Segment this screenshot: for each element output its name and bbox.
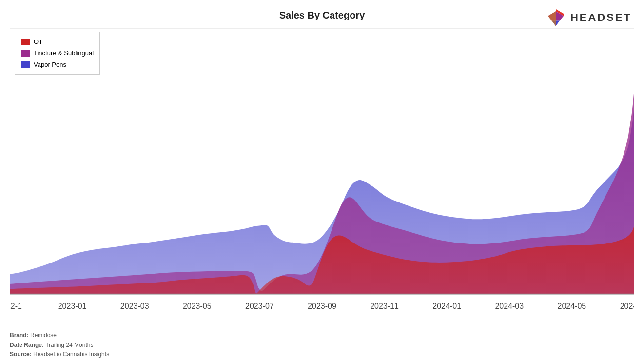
logo-text: HEADSET xyxy=(570,11,632,24)
headset-logo-icon xyxy=(544,7,567,28)
legend-label-vapor: Vapor Pens xyxy=(34,59,66,70)
x-label-2022: 2022-1 xyxy=(10,302,22,310)
legend-item-tincture: Tincture & Sublingual xyxy=(21,47,94,59)
x-label-2024-07: 2024-07 xyxy=(620,302,634,310)
legend-color-vapor xyxy=(21,61,30,68)
brand-label: Brand: xyxy=(10,332,29,339)
x-label-2024-03: 2024-03 xyxy=(495,302,524,310)
chart-svg: 2022-1 2023-01 2023-03 2023-05 2023-07 2… xyxy=(10,28,634,319)
legend-label-oil: Oil xyxy=(34,36,41,47)
x-label-2023-01: 2023-01 xyxy=(58,302,87,310)
x-label-2024-05: 2024-05 xyxy=(558,302,586,310)
source-value: Headset.io Cannabis Insights xyxy=(33,351,109,358)
x-label-2023-11: 2023-11 xyxy=(370,302,399,310)
logo: HEADSET xyxy=(544,7,632,28)
legend-label-tincture: Tincture & Sublingual xyxy=(34,47,94,59)
x-label-2023-05: 2023-05 xyxy=(183,302,212,310)
legend-item-oil: Oil xyxy=(21,36,94,47)
date-range-label: Date Range: xyxy=(10,342,44,348)
x-label-2024-01: 2024-01 xyxy=(432,302,461,310)
legend-color-oil xyxy=(21,39,30,45)
chart-footer: Brand: Remidose Date Range: Trailing 24 … xyxy=(10,331,109,359)
source-label: Source: xyxy=(10,351,32,358)
legend-item-vapor: Vapor Pens xyxy=(21,59,94,70)
chart-container: HEADSET Sales By Category Oil Tincture &… xyxy=(0,0,644,364)
chart-title: Sales By Category xyxy=(10,10,634,21)
date-range-value: Trailing 24 Months xyxy=(45,342,93,348)
x-label-2023-09: 2023-09 xyxy=(308,302,336,310)
x-label-2023-03: 2023-03 xyxy=(120,302,149,310)
chart-legend: Oil Tincture & Sublingual Vapor Pens xyxy=(15,32,100,75)
brand-value: Remidose xyxy=(30,332,57,339)
x-label-2023-07: 2023-07 xyxy=(245,302,274,310)
legend-color-tincture xyxy=(21,50,30,57)
